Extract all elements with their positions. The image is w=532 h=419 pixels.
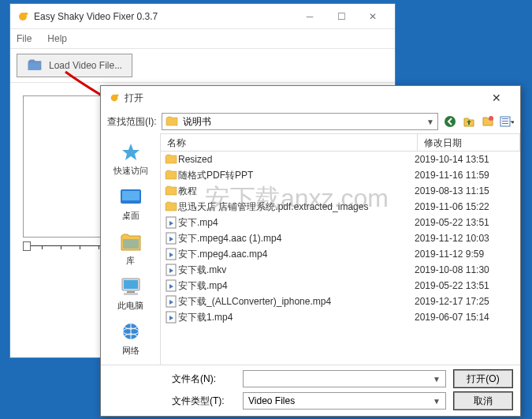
place-network[interactable]: 网络 bbox=[101, 318, 160, 360]
video-file-icon bbox=[164, 232, 178, 245]
place-this-pc[interactable]: 此电脑 bbox=[101, 273, 160, 315]
open-file-dialog: 打开 ✕ 查找范围(I): 说明书 ▼ 快速访问 桌面 bbox=[100, 85, 521, 417]
lookup-value: 说明书 bbox=[183, 115, 422, 129]
up-icon[interactable] bbox=[462, 114, 476, 129]
file-row[interactable]: Resized2019-10-14 13:51 bbox=[161, 152, 520, 167]
open-button[interactable]: 打开(O) bbox=[454, 370, 512, 387]
file-date: 2019-10-08 11:30 bbox=[415, 264, 517, 275]
file-name: 教程 bbox=[178, 185, 415, 198]
pc-icon bbox=[118, 276, 143, 298]
file-name: 安下.mpeg4.aac.mp4 bbox=[178, 248, 415, 261]
load-video-button[interactable]: Load Video File... bbox=[17, 54, 132, 77]
file-list-header: 名称 修改日期 bbox=[161, 134, 520, 152]
svg-rect-14 bbox=[124, 280, 138, 289]
svg-rect-8 bbox=[502, 121, 508, 122]
place-library[interactable]: 库 bbox=[101, 228, 160, 270]
svg-rect-12 bbox=[123, 239, 139, 249]
svg-rect-3 bbox=[116, 95, 119, 97]
file-name: Resized bbox=[178, 154, 415, 165]
app-menubar: File Help bbox=[10, 29, 395, 48]
file-row[interactable]: 教程2019-08-13 11:15 bbox=[161, 183, 520, 199]
folder-icon bbox=[166, 116, 178, 127]
file-name: 安下.mpeg4.aac (1).mp4 bbox=[178, 232, 415, 245]
filetype-label: 文件类型(T): bbox=[172, 395, 235, 408]
file-date: 2019-11-12 10:03 bbox=[415, 233, 517, 244]
slider-thumb[interactable] bbox=[23, 241, 31, 251]
svg-rect-1 bbox=[24, 13, 28, 15]
svg-rect-15 bbox=[127, 291, 135, 293]
file-row[interactable]: 随格式PDF转PPT2019-11-16 11:59 bbox=[161, 167, 520, 183]
view-menu-icon[interactable] bbox=[500, 114, 514, 129]
close-button[interactable]: ✕ bbox=[357, 6, 389, 28]
load-video-label: Load Video File... bbox=[49, 60, 122, 71]
video-file-icon bbox=[164, 295, 178, 308]
file-list[interactable]: Resized2019-10-14 13:51随格式PDF转PPT2019-11… bbox=[161, 152, 520, 365]
lookup-toolbar bbox=[443, 114, 514, 129]
file-date: 2019-11-16 11:59 bbox=[415, 170, 517, 181]
filetype-combo[interactable]: Video Files ▼ bbox=[243, 392, 446, 410]
file-row[interactable]: 安下.mp42019-05-22 13:51 bbox=[161, 215, 520, 230]
file-row[interactable]: 安下载1.mp42019-06-07 15:14 bbox=[161, 309, 520, 325]
svg-point-5 bbox=[489, 116, 493, 121]
file-name: 安下载1.mp4 bbox=[178, 311, 415, 324]
file-row[interactable]: 思迅天店 店铺管理系统.pdf.extracted_images2019-11-… bbox=[161, 199, 520, 215]
video-file-icon bbox=[164, 311, 178, 324]
chevron-down-icon: ▼ bbox=[426, 118, 434, 126]
file-name: 安下.mp4 bbox=[178, 216, 415, 230]
desktop-icon bbox=[118, 186, 143, 208]
chevron-down-icon: ▼ bbox=[433, 375, 441, 383]
svg-point-4 bbox=[445, 116, 456, 127]
dialog-bottom: 文件名(N): ▼ 打开(O) 文件类型(T): Video Files ▼ 取… bbox=[101, 365, 520, 416]
file-date: 2019-05-22 13:51 bbox=[415, 280, 517, 291]
folder-icon bbox=[164, 185, 178, 197]
cancel-button[interactable]: 取消 bbox=[454, 392, 512, 410]
file-date: 2019-08-13 11:15 bbox=[415, 185, 517, 196]
svg-rect-7 bbox=[502, 118, 508, 119]
file-date: 2019-06-07 15:14 bbox=[415, 312, 517, 323]
dialog-body: 快速访问 桌面 库 此电脑 网络 名称 修改日期 bbox=[101, 133, 520, 365]
place-desktop[interactable]: 桌面 bbox=[101, 183, 160, 225]
file-row[interactable]: 安下载.mkv2019-10-08 11:30 bbox=[161, 262, 520, 278]
lookup-combo[interactable]: 说明书 ▼ bbox=[162, 113, 438, 130]
file-date: 2019-05-22 13:51 bbox=[415, 217, 517, 228]
dialog-title: 打开 bbox=[125, 92, 481, 105]
lookup-label: 查找范围(I): bbox=[107, 115, 157, 129]
file-row[interactable]: 安下.mpeg4.aac.mp42019-11-12 9:59 bbox=[161, 246, 520, 262]
menu-help[interactable]: Help bbox=[47, 33, 67, 44]
file-date: 2019-10-14 13:51 bbox=[415, 154, 517, 165]
file-row[interactable]: 安下载.mp42019-05-22 13:51 bbox=[161, 278, 520, 294]
file-date: 2019-11-06 15:22 bbox=[415, 201, 517, 212]
column-date[interactable]: 修改日期 bbox=[418, 134, 520, 151]
file-row[interactable]: 安下.mpeg4.aac (1).mp42019-11-12 10:03 bbox=[161, 230, 520, 246]
menu-file[interactable]: File bbox=[17, 33, 32, 44]
file-name: 随格式PDF转PPT bbox=[178, 169, 415, 182]
column-name[interactable]: 名称 bbox=[161, 134, 418, 151]
lookup-row: 查找范围(I): 说明书 ▼ bbox=[101, 110, 520, 133]
file-list-area: 名称 修改日期 Resized2019-10-14 13:51随格式PDF转PP… bbox=[161, 133, 520, 365]
folder-icon bbox=[164, 200, 178, 213]
network-icon bbox=[118, 321, 143, 343]
app-icon bbox=[17, 10, 29, 23]
place-quick-access[interactable]: 快速访问 bbox=[101, 138, 160, 180]
folder-open-icon bbox=[27, 58, 43, 73]
svg-rect-9 bbox=[502, 123, 508, 124]
new-folder-icon[interactable] bbox=[481, 114, 495, 129]
video-file-icon bbox=[164, 279, 178, 292]
back-icon[interactable] bbox=[443, 114, 457, 129]
filename-combo[interactable]: ▼ bbox=[243, 370, 446, 387]
file-name: 安下载.mkv bbox=[178, 264, 415, 277]
file-name: 安下载.mp4 bbox=[178, 279, 415, 293]
app-title: Easy Shaky Video Fixer 0.3.7 bbox=[34, 11, 294, 22]
library-icon bbox=[118, 231, 143, 253]
dialog-close-button[interactable]: ✕ bbox=[481, 88, 512, 108]
filetype-value: Video Files bbox=[248, 395, 295, 406]
file-row[interactable]: 安下载_(ALLConverter)_iphone.mp42019-12-17 … bbox=[161, 294, 520, 309]
minimize-button[interactable]: ─ bbox=[294, 6, 326, 28]
file-date: 2019-11-12 9:59 bbox=[415, 249, 517, 260]
filename-label: 文件名(N): bbox=[172, 372, 235, 386]
maximize-button[interactable]: ☐ bbox=[326, 6, 357, 28]
app-titlebar: Easy Shaky Video Fixer 0.3.7 ─ ☐ ✕ bbox=[10, 4, 395, 29]
star-icon bbox=[118, 141, 143, 163]
window-controls: ─ ☐ ✕ bbox=[294, 6, 389, 28]
dialog-titlebar: 打开 ✕ bbox=[101, 86, 520, 110]
